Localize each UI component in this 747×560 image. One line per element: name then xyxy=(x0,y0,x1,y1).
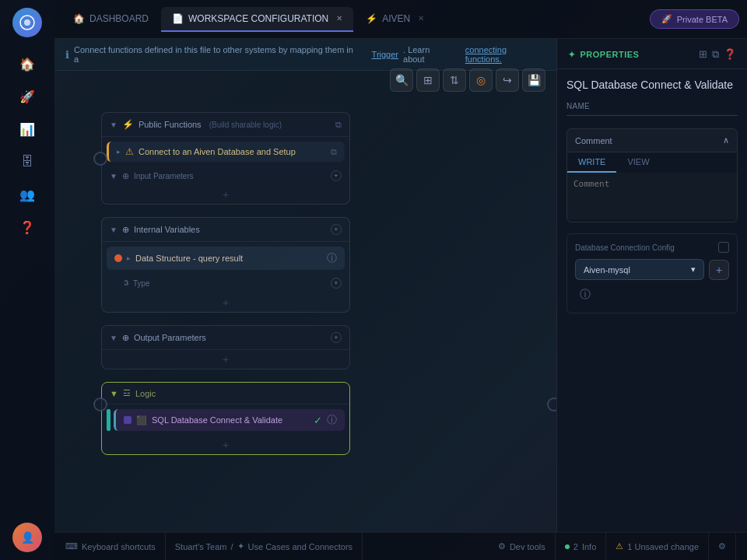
db-config-label-text: Database Connection Config xyxy=(575,243,675,252)
name-input[interactable] xyxy=(566,115,738,116)
add-type-button[interactable]: + xyxy=(331,278,342,289)
transform-button[interactable]: ⇅ xyxy=(443,68,466,92)
sidebar-item-rocket[interactable]: 🚀 xyxy=(13,82,41,110)
name-field-label: Name xyxy=(566,102,738,110)
function-name: Connect to an Aiven Database and Setup xyxy=(139,147,296,156)
output-separator[interactable]: + xyxy=(102,350,349,369)
public-functions-label: Public Functions xyxy=(139,120,202,129)
info-count-item[interactable]: 2 Info xyxy=(556,533,606,560)
tab-aiven[interactable]: ⚡ AIVEN ✕ xyxy=(355,7,435,32)
svg-point-1 xyxy=(24,19,30,26)
add-input-param-button[interactable]: + xyxy=(331,170,342,181)
output-params-header[interactable]: ▼ ⊕ Output Parameters + xyxy=(102,326,349,350)
props-help-icon[interactable]: ❓ xyxy=(724,48,736,61)
sidebar-item-chart[interactable]: 📊 xyxy=(13,115,41,143)
internal-vars-label: Internal Variables xyxy=(134,225,200,234)
status-bar: ⌨ Keyboard shortcuts Stuart's Team / ✦ U… xyxy=(54,532,747,560)
left-connector-1[interactable] xyxy=(93,152,107,166)
team-section-item[interactable]: Stuart's Team / ✦ Use Cases and Connecto… xyxy=(166,533,363,560)
tab-dashboard[interactable]: 🏠 DASHBOARD xyxy=(62,7,160,32)
input-chevron-icon: ▼ xyxy=(110,172,117,180)
int-chevron-icon: ▼ xyxy=(110,226,117,234)
highlight-button[interactable]: ◎ xyxy=(469,68,493,92)
db-info-button[interactable]: ⓘ xyxy=(575,285,595,305)
right-connector-2[interactable] xyxy=(547,397,556,411)
internal-vars-header[interactable]: ▼ ⊕ Internal Variables + xyxy=(102,218,349,242)
internal-vars-block: ▼ ⊕ Internal Variables + ▸ Data Structur… xyxy=(101,217,350,313)
breadcrumb-sep: / xyxy=(231,542,233,551)
fn-copy-icon[interactable]: ⧉ xyxy=(331,147,337,157)
sidebar-item-help[interactable]: ❓ xyxy=(13,213,41,241)
props-grid-icon[interactable]: ⊞ xyxy=(699,48,707,61)
workspace-icon: 📄 xyxy=(172,13,184,24)
view-tab[interactable]: VIEW xyxy=(616,152,660,173)
public-functions-header[interactable]: ▼ ⚡ Public Functions (Build sharable log… xyxy=(102,113,349,137)
logic-info-icon[interactable]: ⓘ xyxy=(327,413,337,427)
info-banner-text2: . Learn about xyxy=(403,45,454,64)
filter-button[interactable]: ⊞ xyxy=(416,68,440,92)
db-add-button[interactable]: + xyxy=(709,260,729,280)
data-structure-name: Data Structure - query result xyxy=(135,254,243,263)
add-var-button[interactable]: + xyxy=(331,224,342,235)
save-button[interactable]: 💾 xyxy=(522,68,545,92)
search-button[interactable]: 🔍 xyxy=(390,68,413,92)
props-action-icons: ⊞ ⧉ ❓ xyxy=(699,48,736,61)
data-struct-dot xyxy=(114,254,122,262)
settings-item[interactable]: ⚙ xyxy=(709,533,736,560)
connecting-link[interactable]: connecting functions. xyxy=(465,45,545,64)
trigger-link[interactable]: Trigger xyxy=(372,50,398,59)
data-structure-row[interactable]: ▸ Data Structure - query result ⓘ xyxy=(107,247,345,270)
left-sidebar: 🏠 🚀 📊 🗄 👥 ❓ 👤 xyxy=(0,0,54,560)
db-select-dropdown[interactable]: Aiven-mysql ▾ xyxy=(575,259,704,280)
redirect-button[interactable]: ↪ xyxy=(496,68,519,92)
var-separator[interactable]: + xyxy=(102,293,349,312)
comment-collapse-icon[interactable]: ∧ xyxy=(723,135,729,145)
output-params-label: Output Parameters xyxy=(134,333,206,342)
logic-header[interactable]: ▼ ☲ Logic xyxy=(102,383,349,404)
logic-block: ▼ ☲ Logic ⬛ SQL Database Connect & Valid… xyxy=(101,382,350,455)
info-status-dot xyxy=(565,544,570,549)
sidebar-item-database[interactable]: 🗄 xyxy=(13,148,41,176)
properties-body: SQL Database Connect & Validate Name Com… xyxy=(557,69,747,532)
sidebar-item-home[interactable]: 🏠 xyxy=(13,50,41,78)
logic-label: Logic xyxy=(135,389,156,398)
db-config-checkbox[interactable] xyxy=(718,242,729,253)
close-aiven-tab[interactable]: ✕ xyxy=(418,14,424,23)
props-expand-icon[interactable]: ⧉ xyxy=(712,48,719,61)
close-workspace-tab[interactable]: ✕ xyxy=(336,14,342,23)
ds-chevron-icon: ▸ xyxy=(127,254,131,262)
sidebar-item-users[interactable]: 👥 xyxy=(13,180,41,208)
component-title: SQL Database Connect & Validate xyxy=(566,79,738,91)
logic-separator[interactable]: + xyxy=(102,436,349,454)
db-config-label: Database Connection Config xyxy=(575,242,729,253)
unsaved-item[interactable]: ⚠ 1 Unsaved change xyxy=(606,533,709,560)
tab-workspace[interactable]: 📄 WORKSPACE CONFIGURATION ✕ xyxy=(161,7,353,32)
ds-info-icon[interactable]: ⓘ xyxy=(327,251,337,265)
keyboard-shortcuts-item[interactable]: ⌨ Keyboard shortcuts xyxy=(65,533,166,560)
chevron-down-icon: ▼ xyxy=(110,121,117,129)
props-title-label: PROPERTIES xyxy=(580,50,640,59)
comment-tabs: WRITE VIEW xyxy=(567,152,737,173)
function-name-row[interactable]: ▸ ⚠ Connect to an Aiven Database and Set… xyxy=(107,142,345,162)
left-connector-2[interactable] xyxy=(93,397,107,411)
dev-tools-item[interactable]: ⚙ Dev tools xyxy=(489,533,556,560)
input-separator[interactable]: + xyxy=(102,185,349,204)
logic-check-icon: ✓ xyxy=(314,415,322,426)
properties-header: ✦ PROPERTIES ⊞ ⧉ ❓ xyxy=(557,39,747,69)
write-tab[interactable]: WRITE xyxy=(567,152,616,173)
comment-textarea[interactable] xyxy=(567,173,737,219)
db-select-row: Aiven-mysql ▾ + xyxy=(575,259,729,280)
dev-tools-label: Dev tools xyxy=(510,542,545,551)
logic-dot xyxy=(124,416,132,424)
info-banner-text: Connect functions defined in this file t… xyxy=(74,45,360,64)
team-name: Stuart's Team xyxy=(175,542,227,551)
logo[interactable] xyxy=(12,8,42,37)
input-icon: ⊕ xyxy=(122,171,129,181)
settings-icon[interactable]: ⚙ xyxy=(718,541,726,551)
copy-icon[interactable]: ⧉ xyxy=(335,120,342,130)
user-avatar[interactable]: 👤 xyxy=(12,523,42,552)
beta-label: Private BETA xyxy=(677,15,728,24)
input-parameters-row[interactable]: ▼ ⊕ Input Parameters + xyxy=(102,166,349,185)
sql-row[interactable]: ⬛ SQL Database Connect & Validate ✓ ⓘ xyxy=(114,409,345,431)
add-output-param-button[interactable]: + xyxy=(331,332,342,343)
